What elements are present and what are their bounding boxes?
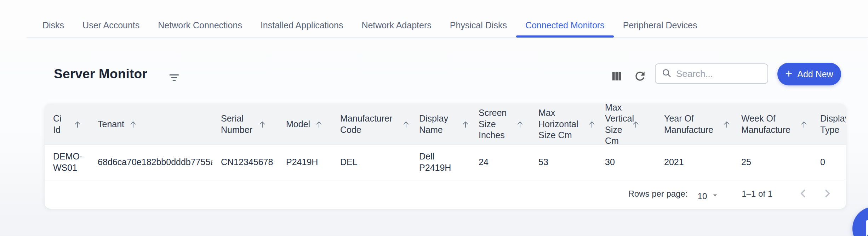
tab-installed-applications[interactable]: Installed Applications bbox=[251, 13, 352, 38]
cell-tenant: 68d6ca70e182bb0dddb7755a bbox=[89, 145, 212, 179]
tab-user-accounts[interactable]: User Accounts bbox=[73, 13, 149, 38]
column-label: Max Vertical Size Cm bbox=[605, 104, 627, 147]
tab-label: Installed Applications bbox=[261, 20, 343, 30]
column-header-manufacturer-code[interactable]: Manufacturer Code bbox=[332, 104, 411, 145]
column-label: Model bbox=[286, 119, 310, 130]
tab-label: Peripheral Devices bbox=[623, 20, 697, 30]
next-page-button[interactable] bbox=[818, 184, 837, 203]
cell-display-type: 0 bbox=[812, 145, 845, 179]
column-header-ci-id[interactable]: Ci Id bbox=[45, 104, 89, 145]
tab-label: Connected Monitors bbox=[525, 20, 605, 30]
cell-serial-number: CN12345678 bbox=[212, 145, 278, 179]
column-label: Tenant bbox=[98, 119, 124, 130]
view-columns-icon bbox=[610, 69, 623, 84]
filter-button[interactable] bbox=[166, 70, 182, 86]
tab-disks[interactable]: Disks bbox=[33, 13, 73, 38]
rows-per-page-select[interactable]: 10 bbox=[698, 191, 720, 202]
column-header-display-type[interactable]: Display Type bbox=[812, 104, 845, 145]
tab-connected-monitors[interactable]: Connected Monitors bbox=[516, 13, 614, 38]
column-header-week-of-manufacture[interactable]: Week Of Manufacture bbox=[733, 104, 812, 145]
page-title: Server Monitor bbox=[54, 67, 147, 82]
sort-arrow-icon bbox=[799, 120, 809, 129]
sort-arrow-icon bbox=[722, 120, 731, 129]
column-label: Week Of Manufacture bbox=[741, 113, 795, 135]
chat-fab-button[interactable] bbox=[852, 207, 868, 236]
manage-columns-button[interactable] bbox=[609, 69, 624, 84]
previous-page-button[interactable] bbox=[794, 184, 813, 203]
sort-arrow-icon bbox=[258, 120, 267, 129]
table-header-row: Ci IdTenantSerial NumberModelManufacture… bbox=[45, 104, 846, 145]
tab-label: Physical Disks bbox=[450, 20, 507, 30]
column-header-max-vertical-size-cm[interactable]: Max Vertical Size Cm bbox=[596, 104, 656, 145]
column-label: Screen Size Inches bbox=[479, 107, 511, 141]
search-input[interactable] bbox=[676, 68, 763, 79]
tab-peripheral-devices[interactable]: Peripheral Devices bbox=[614, 13, 707, 38]
caret-down-icon bbox=[707, 191, 720, 202]
refresh-button[interactable] bbox=[632, 69, 648, 84]
cell-max-vertical-size-cm: 30 bbox=[596, 145, 656, 179]
add-new-button[interactable]: + Add New bbox=[777, 63, 841, 85]
column-header-max-horizontal-size-cm[interactable]: Max Horizontal Size Cm bbox=[530, 104, 596, 145]
sort-arrow-icon bbox=[515, 120, 525, 129]
refresh-icon bbox=[633, 69, 647, 84]
chevron-right-icon bbox=[821, 187, 834, 201]
sort-arrow-icon bbox=[461, 120, 470, 129]
tab-network-connections[interactable]: Network Connections bbox=[149, 13, 251, 38]
data-table-card: Ci IdTenantSerial NumberModelManufacture… bbox=[45, 104, 846, 209]
cell-model: P2419H bbox=[278, 145, 332, 179]
column-header-display-name[interactable]: Display Name bbox=[411, 104, 470, 145]
rows-per-page-value: 10 bbox=[698, 191, 707, 201]
filter-list-icon bbox=[168, 71, 181, 85]
sort-arrow-icon bbox=[314, 120, 324, 129]
column-label: Year Of Manufacture bbox=[664, 113, 718, 135]
table-pagination: Rows per page: 10 1–1 of 1 bbox=[45, 179, 846, 208]
chat-icon bbox=[864, 218, 868, 236]
column-header-screen-size-inches[interactable]: Screen Size Inches bbox=[470, 104, 530, 145]
column-header-tenant[interactable]: Tenant bbox=[89, 104, 212, 145]
sort-arrow-icon bbox=[129, 120, 138, 129]
tab-label: Disks bbox=[42, 20, 64, 30]
sort-arrow-icon bbox=[73, 120, 82, 129]
chevron-left-icon bbox=[797, 187, 810, 201]
cell-max-horizontal-size-cm: 53 bbox=[530, 145, 596, 179]
column-label: Display Type bbox=[820, 113, 846, 135]
column-header-serial-number[interactable]: Serial Number bbox=[212, 104, 278, 145]
pagination-range-label: 1–1 of 1 bbox=[742, 189, 772, 199]
table-body: DEMO-WS0168d6ca70e182bb0dddb7755aCN12345… bbox=[45, 145, 846, 179]
cell-week-of-manufacture: 25 bbox=[733, 145, 812, 179]
column-label: Ci Id bbox=[53, 113, 69, 135]
tab-label: Network Connections bbox=[158, 20, 242, 30]
cell-screen-size-inches: 24 bbox=[470, 145, 530, 179]
plus-icon: + bbox=[785, 67, 792, 79]
column-header-year-of-manufacture[interactable]: Year Of Manufacture bbox=[656, 104, 733, 145]
sort-arrow-icon bbox=[631, 120, 640, 129]
search-icon bbox=[661, 68, 672, 80]
tab-label: Network Adapters bbox=[361, 20, 431, 30]
column-header-model[interactable]: Model bbox=[278, 104, 332, 145]
sort-arrow-icon bbox=[401, 120, 411, 129]
tab-network-adapters[interactable]: Network Adapters bbox=[352, 13, 440, 38]
cell-year-of-manufacture: 2021 bbox=[656, 145, 733, 179]
column-label: Max Horizontal Size Cm bbox=[538, 107, 583, 141]
tab-bar: DisksUser AccountsNetwork ConnectionsIns… bbox=[33, 13, 706, 38]
column-label: Display Name bbox=[419, 113, 457, 135]
cell-ci-id: DEMO-WS01 bbox=[45, 145, 89, 179]
column-label: Manufacturer Code bbox=[340, 113, 397, 135]
cell-manufacturer-code: DEL bbox=[332, 145, 411, 179]
add-new-label: Add New bbox=[797, 69, 833, 79]
rows-per-page-label: Rows per page: bbox=[628, 189, 687, 199]
tab-label: User Accounts bbox=[82, 20, 139, 30]
cell-display-name: Dell P2419H bbox=[411, 145, 470, 179]
column-label: Serial Number bbox=[221, 113, 253, 135]
search-box bbox=[655, 63, 768, 84]
tab-physical-disks[interactable]: Physical Disks bbox=[441, 13, 516, 38]
table-row[interactable]: DEMO-WS0168d6ca70e182bb0dddb7755aCN12345… bbox=[45, 145, 846, 179]
sort-arrow-icon bbox=[587, 120, 596, 129]
